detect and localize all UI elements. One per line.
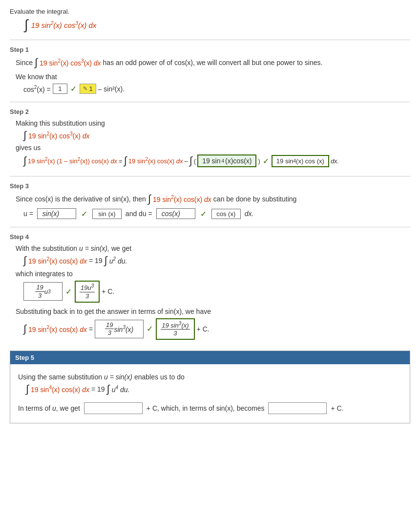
step3-check2: ✓ [200, 209, 207, 219]
step5-content: Using the same substitution u = sin(x) e… [10, 364, 410, 423]
step2-minus: – [185, 157, 188, 165]
step4-int-left: ∫ [23, 255, 26, 266]
step2-line1: Making this substitution using [16, 119, 410, 127]
step4-label: Step 4 [10, 233, 410, 241]
step4-u2: u2 du. [109, 256, 127, 265]
step2-gives-text: gives us [16, 144, 41, 152]
step4-content: With the substitution u = sin(x), we get… [16, 244, 410, 340]
step2-int3: ∫ [189, 155, 192, 166]
step2-mid-part: 19 sin2(x) cos(x) dx [128, 156, 183, 165]
step3-substitution: u = sin(x) ✓ sin (x) and du = cos(x) ✓ c… [23, 208, 410, 219]
step4-int-eq: ∫ 19 sin2(x) cos(x) dx = 19 ∫ u2 du. [23, 255, 410, 266]
step3-check1: ✓ [81, 209, 87, 219]
step5-eq-19: = 19 [91, 385, 105, 393]
step4-final-input[interactable]: 19 3 sin3(x) [95, 320, 144, 338]
step4-text2: we get [111, 244, 131, 252]
step2-long-eq: ∫ 19 sin2(x) (1 – sin2(x)) cos(x) dx = ∫… [23, 154, 410, 167]
step5-int2: ∫ [107, 384, 110, 395]
step4-final-eq: = [89, 325, 93, 333]
step1-know-text: We know that [16, 73, 57, 81]
step2-open-paren: ( [194, 157, 196, 165]
step1-text2: has an odd power of of cos(x), we will c… [103, 59, 323, 66]
step2-integral-display: ∫ 19 sin2(x) cos3(x) dx [23, 130, 410, 141]
step2-gives: gives us [16, 144, 410, 152]
step4-eq-19: = 19 [89, 257, 103, 264]
step4-final-integral: 19 sin2(x) cos(x) dx [28, 325, 87, 333]
step4-result-line: 19 3 u3 ✓ 19u3 3 + C. [23, 281, 410, 303]
step4-sub-text-span: Substituting back in to get the answer i… [16, 308, 211, 315]
step1-input1[interactable]: 1 [53, 84, 67, 94]
step2-int2: ∫ [124, 155, 127, 166]
step4-final-int: ∫ [23, 324, 26, 334]
step1-rest: – sin²(x). [98, 85, 125, 93]
step4-integral-left: 19 sin2(x) cos(x) dx [28, 256, 87, 265]
step3-section: Step 3 Since cos(x) is the derivative of… [10, 176, 410, 225]
step2-dx: dx. [331, 157, 339, 165]
step4-which-integrates: which integrates to [16, 270, 73, 278]
step1-equation: cos2(x) = 1 ✓ ✎ 1 – sin²(x). [23, 84, 410, 94]
step5-header: Step 5 [10, 351, 410, 364]
step5-integral: 19 sin4(x) cos(x) dx [31, 385, 89, 394]
step2-section: Step 2 Making this substitution using ∫ … [10, 102, 410, 174]
step1-know: We know that [16, 73, 410, 81]
step5-sin-answer[interactable] [268, 402, 327, 414]
step4-check: ✓ [65, 287, 72, 296]
step3-int: ∫ [148, 194, 151, 204]
main-integral: ∫ 19 sin2(x) cos3(x) dx [24, 18, 410, 32]
step4-final-c: + C. [197, 325, 210, 333]
step3-du-input[interactable]: cos(x) [156, 208, 195, 219]
step5-u-eq: u = sin(x) [104, 373, 132, 381]
step3-dx: dx. [245, 210, 254, 218]
step3-line1: Since cos(x) is the derivative of sin(x)… [16, 194, 410, 204]
step5-u-answer[interactable] [84, 402, 143, 414]
integral-symbol: ∫ [24, 18, 28, 32]
step4-input-u3[interactable]: 19 3 u3 [23, 282, 63, 301]
step3-label: Step 3 [10, 182, 410, 190]
step4-result-box[interactable]: 19u3 3 [75, 281, 100, 303]
step1-line1: Since ∫ 19 sin2(x) cos3(x) dx has an odd… [16, 57, 410, 68]
step5-in-terms: In terms of u, we get [18, 404, 80, 412]
step2-integral-text: 19 sin2(x) cos3(x) dx [28, 131, 90, 140]
step3-du-label: and du = [126, 210, 152, 218]
step4-u-eq: u = sin(x), [79, 244, 109, 252]
step5-int1: ∫ [26, 384, 29, 395]
step2-check: ✓ [263, 156, 269, 166]
step1-input2[interactable]: ✎ 1 [80, 84, 96, 94]
page-container: Evaluate the integral. ∫ 19 sin2(x) cos3… [0, 0, 420, 431]
step2-int-sym: ∫ [23, 130, 26, 141]
step3-text1: Since cos(x) is the derivative of sin(x)… [16, 195, 146, 203]
step3-integral: 19 sin2(x) cos(x) dx [153, 195, 211, 203]
step4-plus-c: + C. [102, 287, 114, 295]
step2-result-box[interactable]: 19 sin4 (x) cos (x) [272, 155, 329, 167]
step2-highlighted: 19 sin4(x)cos(x) [197, 154, 256, 167]
step2-close-paren: ) [258, 157, 260, 165]
main-integral-text: 19 sin2(x) cos3(x) dx [31, 21, 97, 29]
step3-u-input[interactable]: sin(x) [37, 208, 76, 219]
step4-final-line: ∫ 19 sin2(x) cos(x) dx = 19 3 sin3(x) ✓ … [23, 318, 410, 340]
step1-section: Step 1 Since ∫ 19 sin2(x) cos3(x) dx has… [10, 40, 410, 100]
step4-int-right: ∫ [105, 255, 107, 266]
step5-u4: u4 du. [112, 385, 130, 394]
step1-int-symbol: ∫ [35, 57, 38, 68]
step3-u-result[interactable]: sin (x) [92, 209, 122, 219]
step2-equals: = [119, 157, 123, 165]
step3-du-result[interactable]: cos (x) [211, 209, 241, 219]
step2-int1: ∫ [23, 155, 26, 166]
step1-label: Step 1 [10, 46, 410, 53]
step5-plus-c2: + C. [331, 404, 343, 412]
step3-u-label: u = [23, 210, 33, 218]
step4-final-check: ✓ [147, 324, 153, 333]
step5-plus-c1: + C, which, in terms of sin(x), becomes [147, 404, 265, 412]
step3-content: Since cos(x) is the derivative of sin(x)… [16, 194, 410, 219]
problem-header: Evaluate the integral. [10, 8, 410, 15]
step5-text2: enables us to do [134, 373, 185, 381]
step4-section: Step 4 With the substitution u = sin(x),… [10, 227, 410, 346]
step2-label: Step 2 [10, 108, 410, 115]
step2-left-part: 19 sin2(x) (1 – sin2(x)) cos(x) dx [28, 156, 117, 165]
step4-text1: With the substitution [16, 244, 77, 252]
step5-line1: Using the same substitution u = sin(x) e… [18, 373, 402, 381]
step4-final-result[interactable]: 19 sin3(x) 3 [156, 318, 194, 340]
step4-integrates-label: which integrates to [16, 270, 410, 278]
step5-box: Step 5 Using the same substitution u = s… [10, 351, 410, 423]
step1-integral: 19 sin2(x) cos3(x) dx [40, 58, 101, 67]
